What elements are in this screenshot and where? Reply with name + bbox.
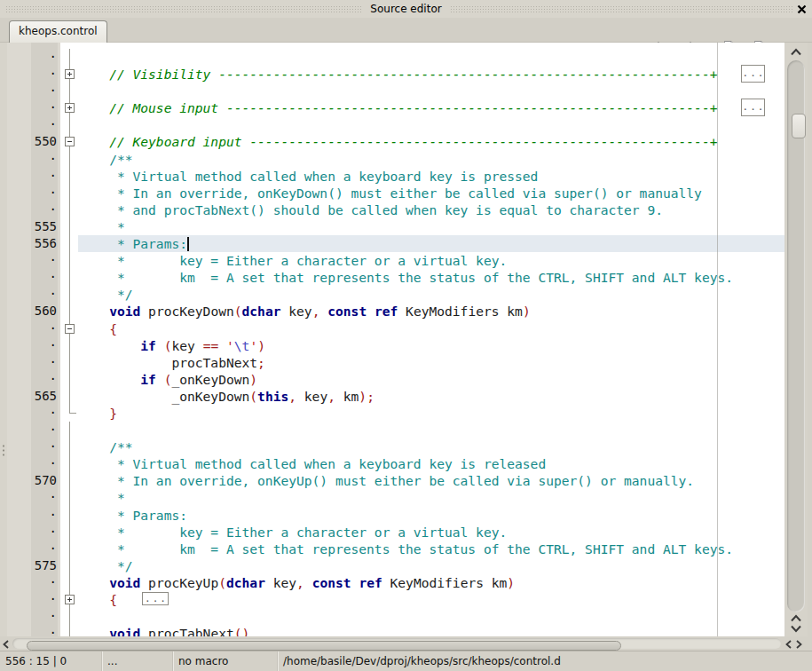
- code-line[interactable]: · // Mouse input -----------------------…: [7, 99, 784, 116]
- code-line[interactable]: · {: [7, 320, 784, 337]
- code-text[interactable]: if (_onKeyDown): [78, 371, 784, 388]
- code-text[interactable]: * km = A set that represents the status …: [78, 541, 784, 557]
- vertical-scroll-thumb[interactable]: [792, 114, 806, 138]
- vertical-scroll-track[interactable]: [787, 60, 805, 612]
- code-line[interactable]: · * key = Either a character or a virtua…: [7, 252, 784, 269]
- code-text[interactable]: */: [78, 286, 784, 303]
- code-text[interactable]: void procKeyUp(dchar key, const ref KeyM…: [78, 574, 784, 591]
- code-line[interactable]: · void procTabNext(): [7, 625, 784, 636]
- code-line[interactable]: 560 void procKeyDown(dchar key, const re…: [7, 303, 784, 320]
- code-text[interactable]: *: [78, 218, 784, 235]
- code-line[interactable]: · * and procTabNext() should be called w…: [7, 201, 784, 218]
- fold-margin[interactable]: [60, 591, 78, 608]
- code-text[interactable]: * In an override, onKeyUp() must either …: [78, 472, 784, 489]
- code-text[interactable]: // Mouse input -------------------------…: [78, 99, 784, 116]
- fold-collapse-icon[interactable]: [65, 324, 75, 334]
- code-text[interactable]: * Params:: [78, 235, 784, 252]
- vertical-scrollbar[interactable]: [784, 43, 808, 636]
- scroll-up-secondary-icon[interactable]: [790, 614, 802, 622]
- code-line[interactable]: · void procKeyUp(dchar key, const ref Ke…: [7, 574, 784, 591]
- scroll-left-secondary-icon[interactable]: [784, 639, 792, 650]
- code-line[interactable]: · * In an override, onKeyDown() must eit…: [7, 185, 784, 201]
- code-text[interactable]: /**: [78, 438, 784, 455]
- code-text[interactable]: [78, 116, 784, 133]
- code-text[interactable]: [78, 49, 784, 66]
- code-text[interactable]: {: [78, 591, 784, 608]
- tab-kheops-control[interactable]: kheops.control: [9, 20, 107, 43]
- horizontal-scroll-track[interactable]: [12, 638, 781, 649]
- scroll-down-icon[interactable]: [790, 625, 802, 633]
- code-text[interactable]: */: [78, 557, 784, 574]
- fold-margin[interactable]: [60, 99, 78, 116]
- code-text[interactable]: void procKeyDown(dchar key, const ref Ke…: [78, 303, 784, 320]
- code-line[interactable]: · */: [7, 286, 784, 303]
- code-line[interactable]: · * km = A set that represents the statu…: [7, 269, 784, 286]
- code-line[interactable]: · {...: [7, 591, 784, 608]
- fold-expand-icon[interactable]: [65, 595, 75, 604]
- dock-splitter[interactable]: [0, 43, 7, 636]
- code-text[interactable]: * and procTabNext() should be called whe…: [78, 201, 784, 218]
- code-text[interactable]: /**: [78, 151, 784, 168]
- folded-code-box[interactable]: ...: [741, 65, 765, 83]
- close-icon[interactable]: [796, 4, 808, 15]
- scroll-left-icon[interactable]: [2, 639, 10, 650]
- code-line[interactable]: 565 _onKeyDown(this, key, km);: [7, 388, 784, 405]
- fold-expand-icon[interactable]: [65, 103, 75, 113]
- code-text[interactable]: * key = Either a character or a virtual …: [78, 524, 784, 541]
- code-line[interactable]: 575 */: [7, 557, 784, 574]
- horizontal-scrollbar[interactable]: [0, 636, 812, 651]
- code-line[interactable]: ·: [7, 608, 784, 625]
- code-text[interactable]: * km = A set that represents the status …: [78, 269, 784, 286]
- code-line[interactable]: · * key = Either a character or a virtua…: [7, 524, 784, 541]
- code-text[interactable]: * Params:: [78, 507, 784, 524]
- code-editor[interactable]: ·· // Visibility -----------------------…: [7, 43, 784, 636]
- code-text[interactable]: * In an override, onKeyDown() must eithe…: [78, 185, 784, 201]
- code-text[interactable]: * Virtual method called when a keyboard …: [78, 168, 784, 185]
- fold-margin[interactable]: [60, 320, 78, 337]
- code-line[interactable]: · }: [7, 405, 784, 422]
- folded-code-box[interactable]: ...: [741, 99, 765, 116]
- code-text[interactable]: procTabNext;: [78, 354, 784, 371]
- code-text[interactable]: // Keyboard input ----------------------…: [78, 133, 784, 150]
- code-line[interactable]: · *: [7, 489, 784, 506]
- fold-margin[interactable]: [60, 133, 78, 150]
- code-line[interactable]: 555 *: [7, 218, 784, 235]
- code-text[interactable]: if (key == '\t'): [78, 337, 784, 354]
- fold-collapse-icon[interactable]: [65, 137, 75, 146]
- code-line[interactable]: 550 // Keyboard input ------------------…: [7, 133, 784, 150]
- code-line[interactable]: · * Params:: [7, 507, 784, 524]
- code-line[interactable]: ·: [7, 83, 784, 99]
- code-line[interactable]: ·: [7, 422, 784, 438]
- code-line[interactable]: 570 * In an override, onKeyUp() must eit…: [7, 472, 784, 489]
- fold-margin[interactable]: [60, 66, 78, 83]
- window-titlebar[interactable]: Source editor: [0, 0, 812, 18]
- code-text[interactable]: * Virtual method called when a keyboard …: [78, 455, 784, 472]
- code-line-current[interactable]: 556 * Params:: [7, 235, 784, 252]
- code-line[interactable]: · if (_onKeyDown): [7, 371, 784, 388]
- code-text[interactable]: // Visibility --------------------------…: [78, 66, 784, 83]
- scroll-up-icon[interactable]: [790, 48, 802, 56]
- code-text[interactable]: }: [78, 405, 784, 422]
- code-line[interactable]: · * Virtual method called when a keyboar…: [7, 168, 784, 185]
- code-line[interactable]: · * km = A set that represents the statu…: [7, 541, 784, 557]
- code-text[interactable]: [78, 608, 784, 625]
- code-line[interactable]: · if (key == '\t'): [7, 337, 784, 354]
- code-text[interactable]: *: [78, 489, 784, 506]
- code-line[interactable]: · /**: [7, 151, 784, 168]
- folded-code-box[interactable]: ...: [142, 592, 169, 605]
- code-text[interactable]: _onKeyDown(this, key, km);: [78, 388, 784, 405]
- code-text[interactable]: {: [78, 320, 784, 337]
- code-text[interactable]: [78, 422, 784, 438]
- horizontal-scroll-thumb[interactable]: [27, 641, 621, 651]
- code-text[interactable]: * key = Either a character or a virtual …: [78, 252, 784, 269]
- code-line[interactable]: · procTabNext;: [7, 354, 784, 371]
- scroll-right-icon[interactable]: [795, 639, 803, 650]
- code-text[interactable]: void procTabNext(): [78, 625, 784, 636]
- code-text[interactable]: [78, 83, 784, 99]
- code-line[interactable]: · /**: [7, 438, 784, 455]
- code-line[interactable]: ·: [7, 116, 784, 133]
- code-line[interactable]: · // Visibility ------------------------…: [7, 66, 784, 83]
- code-line[interactable]: · * Virtual method called when a keyboar…: [7, 455, 784, 472]
- fold-expand-icon[interactable]: [65, 69, 75, 79]
- code-line[interactable]: ·: [7, 49, 784, 66]
